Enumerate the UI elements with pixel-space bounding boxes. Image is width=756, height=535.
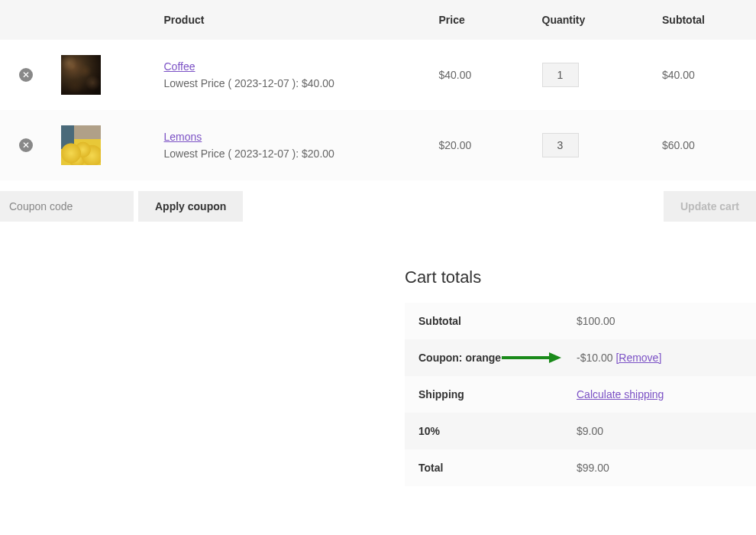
subtotal-label: Subtotal bbox=[405, 303, 563, 339]
tax-value: $9.00 bbox=[563, 413, 756, 449]
cart-totals-section: Cart totals Subtotal $100.00 Coupon: ora… bbox=[0, 268, 756, 486]
product-price: $20.00 bbox=[430, 110, 533, 180]
product-link[interactable]: Lemons bbox=[164, 131, 202, 143]
col-thumb-header bbox=[52, 0, 155, 40]
cart-row: ✕ Coffee Lowest Price ( 2023-12-07 ): $4… bbox=[0, 40, 756, 110]
tax-row: 10% $9.00 bbox=[405, 413, 756, 449]
total-row: Total $99.00 bbox=[405, 449, 756, 486]
coupon-label: Coupon: orange bbox=[405, 339, 563, 376]
product-thumbnail[interactable] bbox=[61, 55, 101, 95]
coupon-left: Apply coupon bbox=[0, 191, 243, 222]
cart-totals-table: Subtotal $100.00 Coupon: orange -$10.00 … bbox=[405, 303, 756, 486]
shipping-label: Shipping bbox=[405, 376, 563, 413]
subtotal-value: $100.00 bbox=[563, 303, 756, 339]
col-remove-header bbox=[0, 0, 52, 40]
close-icon: ✕ bbox=[22, 141, 30, 150]
apply-coupon-button[interactable]: Apply coupon bbox=[138, 191, 243, 222]
total-value: $99.00 bbox=[563, 449, 756, 486]
shipping-row: Shipping Calculate shipping bbox=[405, 376, 756, 413]
quantity-input[interactable] bbox=[542, 133, 579, 157]
product-subtotal: $40.00 bbox=[653, 40, 756, 110]
cart-totals-title: Cart totals bbox=[405, 268, 756, 287]
remove-item-button[interactable]: ✕ bbox=[19, 68, 33, 82]
quantity-input[interactable] bbox=[542, 63, 579, 87]
subtotal-row: Subtotal $100.00 bbox=[405, 303, 756, 339]
product-link[interactable]: Coffee bbox=[164, 60, 195, 73]
update-cart-button[interactable]: Update cart bbox=[664, 191, 756, 222]
cart-table: Product Price Quantity Subtotal ✕ Coffee… bbox=[0, 0, 756, 180]
coupon-row: Apply coupon Update cart bbox=[0, 191, 756, 222]
remove-item-button[interactable]: ✕ bbox=[19, 138, 33, 152]
coupon-discount-value: -$10.00 bbox=[577, 352, 612, 364]
coupon-row-totals: Coupon: orange -$10.00 [Remove] bbox=[405, 339, 756, 376]
col-price-header: Price bbox=[430, 0, 533, 40]
total-label: Total bbox=[405, 449, 563, 486]
col-subtotal-header: Subtotal bbox=[653, 0, 756, 40]
product-price: $40.00 bbox=[430, 40, 533, 110]
lowest-price-text: Lowest Price ( 2023-12-07 ): $40.00 bbox=[164, 77, 421, 89]
tax-label: 10% bbox=[405, 413, 563, 449]
coupon-code-input[interactable] bbox=[0, 191, 134, 222]
remove-coupon-link[interactable]: [Remove] bbox=[615, 352, 661, 364]
col-quantity-header: Quantity bbox=[533, 0, 654, 40]
col-product-header: Product bbox=[155, 0, 430, 40]
close-icon: ✕ bbox=[22, 70, 30, 79]
lowest-price-text: Lowest Price ( 2023-12-07 ): $20.00 bbox=[164, 148, 421, 160]
product-thumbnail[interactable] bbox=[61, 125, 101, 165]
product-subtotal: $60.00 bbox=[653, 110, 756, 180]
cart-row: ✕ Lemons Lowest Price ( 2023-12-07 ): $2… bbox=[0, 110, 756, 180]
calculate-shipping-link[interactable]: Calculate shipping bbox=[577, 388, 664, 400]
